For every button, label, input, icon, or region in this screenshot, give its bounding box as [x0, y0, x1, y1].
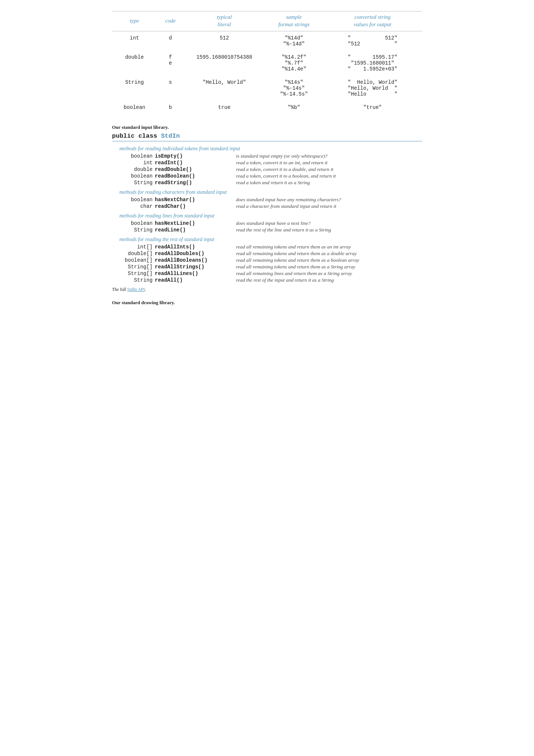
table-row-double: double fe 1595.1680010754388 "%14.2f""%.… — [112, 51, 422, 76]
api-return-type: double[] — [120, 251, 153, 257]
cell-sample-string: "%14s""%-14s""%-14.5s" — [265, 76, 323, 101]
api-category: methods for reading the rest of standard… — [120, 237, 422, 243]
api-category: methods for reading lines from standard … — [120, 213, 422, 219]
api-return-type: boolean — [120, 153, 153, 159]
api-description: read all remaining tokens and return the… — [236, 251, 357, 257]
api-description: read all remaining tokens and return the… — [236, 257, 359, 263]
api-return-type: String — [120, 277, 153, 283]
full-api-suffix: . — [145, 287, 146, 292]
api-row: charreadChar()read a character from stan… — [112, 203, 422, 209]
api-description: does standard input have any remaining c… — [236, 197, 341, 203]
api-method-name: hasNextLine() — [155, 220, 229, 226]
cell-sample-int: "%14d""%-14d" — [265, 31, 323, 51]
api-description: read a character from standard input and… — [236, 203, 337, 209]
api-row: doublereadDouble()read a token, convert … — [112, 166, 422, 172]
cell-code-string: s — [157, 76, 184, 101]
api-return-type: int — [120, 160, 153, 166]
cell-code-boolean: b — [157, 101, 184, 114]
api-row: String[]readAllLines()read all remaining… — [112, 271, 422, 276]
api-return-type: boolean — [120, 173, 153, 179]
cell-sample-boolean: "%b" — [265, 101, 323, 114]
api-row: StringreadString()read a token and retur… — [112, 180, 422, 186]
api-method-name: hasNextChar() — [155, 197, 229, 203]
col-header-type: type — [112, 11, 157, 31]
api-description: does standard input have a next line? — [236, 220, 311, 226]
api-description: read all remaining tokens and return the… — [236, 244, 351, 250]
cell-typical-boolean: true — [184, 101, 265, 114]
api-row: double[]readAllDoubles()read all remaini… — [112, 251, 422, 257]
api-return-type: String[] — [120, 271, 153, 276]
api-description: is standard input empty (or only whitesp… — [236, 153, 328, 159]
api-row: StringreadAll()read the rest of the inpu… — [112, 277, 422, 283]
drawing-label: Our standard drawing library. — [112, 300, 422, 306]
api-row: intreadInt()read a token, convert it to … — [112, 160, 422, 166]
class-header: public class StdIn — [112, 133, 422, 141]
stdin-section-label: Our standard input library. — [112, 124, 422, 130]
api-method-name: readLine() — [155, 227, 229, 233]
stdin-api-link[interactable]: StdIn API — [127, 287, 145, 292]
api-return-type: int[] — [120, 244, 153, 250]
cell-typical-string: "Hello, World" — [184, 76, 265, 101]
api-method-name: readAllStrings() — [155, 264, 229, 270]
api-return-type: String — [120, 180, 153, 186]
api-method-name: readAllBooleans() — [155, 257, 229, 263]
api-method-name: readInt() — [155, 160, 229, 166]
table-row-boolean: boolean b true "%b" "true" — [112, 101, 422, 114]
api-description: read all remaining tokens and return the… — [236, 264, 355, 270]
api-return-type: boolean — [120, 220, 153, 226]
col-header-typical: typicalliteral — [184, 11, 265, 31]
api-return-type: String — [120, 227, 153, 233]
api-row: booleanisEmpty()is standard input empty … — [112, 153, 422, 159]
api-method-name: readAllDoubles() — [155, 251, 229, 257]
api-return-type: char — [120, 203, 153, 209]
format-table: type code typicalliteral sampleformat st… — [112, 11, 422, 114]
api-return-type: boolean — [120, 197, 153, 203]
api-row: StringreadLine()read the rest of the lin… — [112, 227, 422, 233]
col-header-sample: sampleformat strings — [265, 11, 323, 31]
cell-code-int: d — [157, 31, 184, 51]
api-row: booleanreadBoolean()read a token, conver… — [112, 173, 422, 179]
api-return-type: boolean[] — [120, 257, 153, 263]
api-method-name: readChar() — [155, 203, 229, 209]
full-api-link-container: The full StdIn API. — [112, 287, 422, 292]
api-row: booleanhasNextChar()does standard input … — [112, 197, 422, 203]
cell-typical-double: 1595.1680010754388 — [184, 51, 265, 76]
api-row: int[]readAllInts()read all remaining tok… — [112, 244, 422, 250]
api-category: methods for reading individual tokens fr… — [120, 146, 422, 152]
cell-type-string: String — [112, 76, 157, 101]
full-api-prefix: The full — [112, 287, 127, 292]
api-method-name: readDouble() — [155, 166, 229, 172]
api-description: read a token, convert it to a boolean, a… — [236, 173, 336, 179]
table-row-string: String s "Hello, World" "%14s""%-14s""%-… — [112, 76, 422, 101]
api-description: read a token, convert it to a double, an… — [236, 166, 334, 172]
table-row-int: int d 512 "%14d""%-14d" " 512" "512 " — [112, 31, 422, 51]
api-description: read all remaining lines and return them… — [236, 271, 352, 276]
cell-sample-double: "%14.2f""%.7f""%14.4e" — [265, 51, 323, 76]
class-name: StdIn — [161, 133, 180, 140]
api-method-name: readAllLines() — [155, 271, 229, 276]
api-return-type: double — [120, 166, 153, 172]
api-method-name: readBoolean() — [155, 173, 229, 179]
api-section: methods for reading individual tokens fr… — [112, 146, 422, 283]
cell-converted-int: " 512" "512 " — [323, 31, 422, 51]
api-description: read a token and return it as a String — [236, 180, 310, 186]
class-keyword: public class — [112, 133, 161, 140]
api-method-name: readAllInts() — [155, 244, 229, 250]
api-description: read the rest of the input and return it… — [236, 277, 334, 283]
api-description: read a token, convert it to an int, and … — [236, 160, 328, 166]
col-header-converted: converted stringvalues for output — [323, 11, 422, 31]
cell-type-int: int — [112, 31, 157, 51]
api-return-type: String[] — [120, 264, 153, 270]
cell-code-double: fe — [157, 51, 184, 76]
api-row: String[]readAllStrings()read all remaini… — [112, 264, 422, 270]
api-method-name: readString() — [155, 180, 229, 186]
api-method-name: isEmpty() — [155, 153, 229, 159]
api-row: boolean[]readAllBooleans()read all remai… — [112, 257, 422, 263]
api-category: methods for reading characters from stan… — [120, 189, 422, 195]
api-row: booleanhasNextLine()does standard input … — [112, 220, 422, 226]
col-header-code: code — [157, 11, 184, 31]
cell-type-double: double — [112, 51, 157, 76]
api-method-name: readAll() — [155, 277, 229, 283]
cell-typical-int: 512 — [184, 31, 265, 51]
cell-converted-boolean: "true" — [323, 101, 422, 114]
